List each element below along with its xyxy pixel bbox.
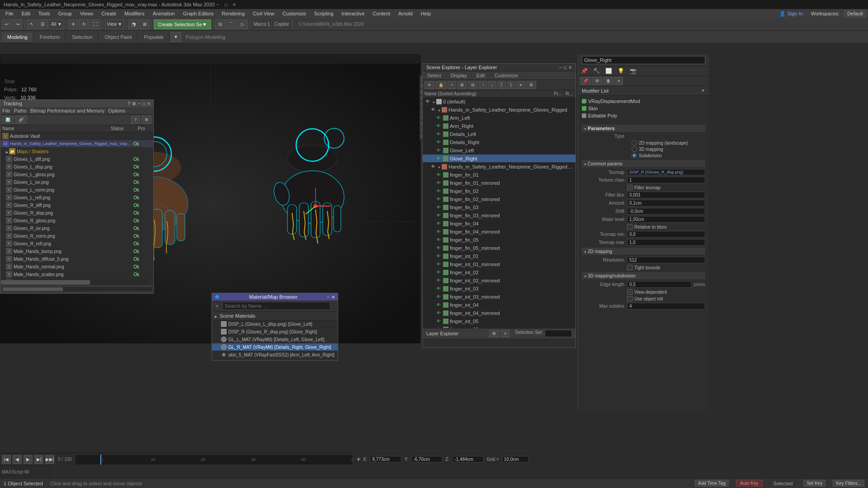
menu-civil-view[interactable]: Civil View — [249, 10, 278, 17]
anim-btn-play[interactable]: ▶ — [24, 455, 33, 464]
tracking-item-row[interactable]: T Gloves_L_ior.png Ok — [0, 178, 153, 186]
eye-icon[interactable]: 👁 — [435, 286, 442, 292]
eye-icon[interactable]: 👁 — [435, 131, 442, 137]
tracking-item-row[interactable]: T Gloves_L_refl.png Ok — [0, 194, 153, 202]
eye-icon[interactable]: 👁 — [435, 269, 442, 276]
eye-icon[interactable]: 👁 — [435, 155, 442, 162]
tab-populate[interactable]: Populate — [138, 33, 169, 42]
scene-explorer-row[interactable]: 👁 finger_int_05_mirrored — [423, 325, 576, 328]
menu-graph-editors[interactable]: Graph Editors — [179, 10, 217, 17]
maxscript-mini[interactable]: MAXScript Mi — [0, 465, 54, 478]
scene-explorer-row[interactable]: 👁 finger_fin_05_mirrored — [423, 244, 576, 252]
scene-explorer-row[interactable]: 👁 finger_int_02_mirrored — [423, 277, 576, 285]
eye-icon[interactable]: 👁 — [435, 212, 442, 219]
tracking-item-row[interactable]: T Gloves_L_diff.png Ok — [0, 155, 153, 163]
curves-button[interactable]: ⌒ — [226, 19, 237, 29]
se-tb-btn1[interactable]: 🔒 — [435, 81, 447, 89]
tracking-item-row[interactable]: T Gloves_R_diff.png Ok — [0, 202, 153, 209]
texmap-min-input[interactable] — [627, 231, 705, 238]
eye-icon[interactable]: 👁 — [435, 188, 442, 194]
anim-btn-start[interactable]: |◀ — [2, 455, 11, 464]
menu-modifiers[interactable]: Modifiers — [121, 10, 148, 17]
close-button[interactable]: ✕ — [231, 1, 237, 8]
x-coord-input[interactable] — [370, 456, 401, 463]
tracking-footer-scrollbar[interactable] — [2, 287, 152, 291]
tracking-hscrollbar[interactable] — [0, 280, 149, 285]
tracking-vault-row[interactable]: V Autodesk Vault — [0, 132, 153, 140]
2d-mapping-title-row[interactable]: 2D mapping — [582, 248, 705, 255]
tracking-menu-paths[interactable]: Paths — [14, 108, 27, 113]
tracking-footer-scrollbar-thumb[interactable] — [3, 287, 63, 291]
tracking-restore-btn[interactable]: □ — [142, 101, 145, 106]
mat-search-input[interactable] — [222, 302, 330, 310]
tracking-hscrollbar-thumb[interactable] — [1, 280, 90, 285]
tracking-item-row[interactable]: T Gloves_R_refl.png Ok — [0, 240, 153, 248]
rp-tb-pin-btn[interactable]: 📌 — [580, 77, 591, 85]
eye-icon[interactable]: 👁 — [435, 253, 442, 259]
se-tab-customize[interactable]: Customize — [490, 71, 523, 80]
menu-animation[interactable]: Animation — [149, 10, 179, 17]
radio-3d[interactable] — [632, 146, 637, 152]
eye-icon[interactable]: 👁 — [435, 180, 442, 186]
rp-tab-camera[interactable]: 📷 — [627, 66, 639, 75]
y-coord-input[interactable] — [411, 456, 443, 463]
anim-btn-prev[interactable]: ◀ — [13, 455, 22, 464]
material-item[interactable]: GL_L_MAT (VRayMtl) [Details_Left, Glove_… — [212, 336, 338, 343]
tracking-item-row[interactable]: T Gloves_R_norm.png Ok — [0, 232, 153, 240]
eye-icon[interactable]: 👁 — [435, 147, 442, 154]
mat-browser-close-btn[interactable]: ✕ — [331, 295, 335, 300]
tracking-menu-file[interactable]: File — [2, 108, 10, 113]
eye-icon[interactable]: 👁 — [435, 318, 442, 324]
modifier-list-dropdown[interactable]: ▼ — [701, 88, 705, 93]
tracking-window[interactable]: Tracking ? ⚙ − □ ✕ File Paths Bitmap Per… — [0, 99, 154, 294]
tracking-item-row[interactable]: T Male_Hands_bump.png Ok — [0, 248, 153, 255]
create-selection-button[interactable]: Create Selection Se ▼ — [154, 19, 211, 29]
move-button[interactable]: ✛ — [68, 19, 78, 29]
menu-views[interactable]: Views — [76, 10, 97, 17]
scene-explorer-row[interactable]: 👁 Glove_Right — [423, 155, 576, 163]
texmap-max-input[interactable] — [627, 239, 705, 246]
se-clear-btn[interactable]: ✕ — [425, 81, 434, 89]
se-footer-btn1[interactable]: ⊞ — [489, 330, 499, 337]
eye-icon[interactable]: 👁 — [435, 302, 442, 308]
scene-explorer-row[interactable]: 👁 finger_int_01_mirrored — [423, 260, 576, 268]
scene-explorer-row[interactable]: 👁 finger_fin_04_mirrored — [423, 228, 576, 236]
selection-filter-dropdown[interactable]: All ▼ — [49, 19, 64, 29]
shift-input[interactable] — [627, 208, 705, 215]
se-tab-select[interactable]: Select — [423, 71, 446, 80]
sign-in-btn[interactable]: 👤 Sign In — [776, 10, 806, 18]
tracking-item-row[interactable]: T Gloves_R_ior.png Ok — [0, 225, 153, 232]
params-title-row[interactable]: Parameters — [582, 125, 705, 132]
filter-texmap-checkbox[interactable] — [627, 185, 632, 190]
tracking-main-file-row[interactable]: M Hands_in_Safety_Leather_Neoprene_Glove… — [0, 140, 153, 148]
eye-icon[interactable]: 👁 — [425, 99, 431, 105]
rp-tb-collapse-btn[interactable]: ≡ — [614, 77, 623, 85]
eye-icon[interactable]: 👁 — [435, 196, 442, 202]
redo-button[interactable]: ↪ — [13, 19, 23, 29]
use-obj-mtl-checkbox[interactable] — [627, 296, 632, 301]
expand-icon[interactable] — [438, 107, 442, 113]
material-item[interactable]: skin_5_MAT (VRayFastSSS2) [Arm_Left, Arm… — [212, 351, 338, 359]
object-name-input[interactable] — [582, 56, 705, 64]
tracking-tb-btn3[interactable]: ? — [131, 116, 140, 124]
maximize-button[interactable]: □ — [223, 1, 229, 8]
menu-arnold[interactable]: Arnold — [395, 10, 416, 17]
z-coord-input[interactable] — [452, 456, 484, 463]
tracking-item-row[interactable]: T Gloves_R_gloss.png Ok — [0, 217, 153, 225]
scene-explorer-row[interactable]: 👁 Glove_Left — [423, 146, 576, 155]
rp-tb-settings-btn[interactable]: ⚙ — [592, 77, 602, 85]
set-key-btn[interactable]: Set Key — [803, 480, 826, 487]
eye-icon[interactable]: 👁 — [435, 245, 442, 251]
scene-explorer-row[interactable]: 👁 finger_int_03_mirrored — [423, 293, 576, 301]
workspaces-dropdown[interactable]: Default — [844, 10, 866, 17]
tracking-maps-folder-row[interactable]: 📁 Maps / Shaders — [0, 148, 153, 155]
tracking-settings-btn[interactable]: ⚙ — [132, 101, 136, 106]
scene-explorer-row[interactable]: 👁 finger_fin_04 — [423, 220, 576, 228]
scene-explorer-row[interactable]: 👁 finger_int_05 — [423, 317, 576, 325]
tracking-tb-btn1[interactable]: 🔙 — [2, 116, 14, 124]
mirror-button[interactable]: ⬔ — [128, 19, 139, 29]
render-button[interactable]: ▷ — [238, 19, 248, 29]
rp-tab-pin[interactable]: 📌 — [578, 66, 590, 75]
scene-explorer-row[interactable]: 👁 Details_Left — [423, 130, 576, 138]
eye-icon[interactable]: 👁 — [435, 237, 442, 243]
